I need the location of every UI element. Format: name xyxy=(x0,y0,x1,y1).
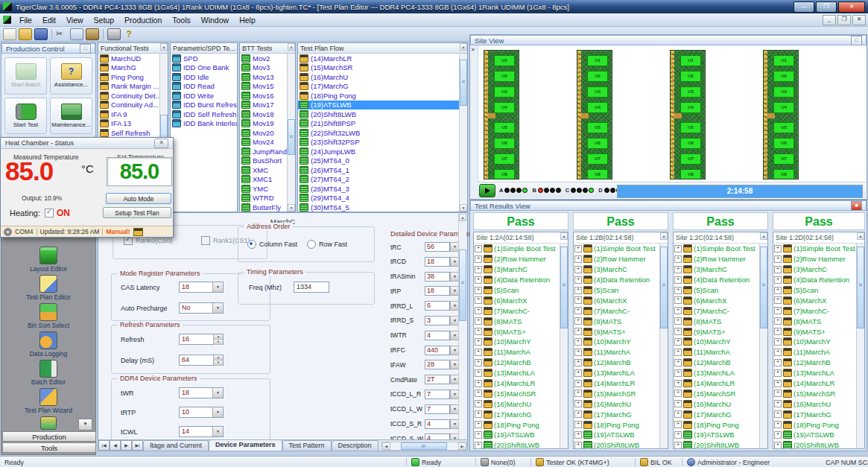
flow-item[interactable]: (22)Shift32LWB xyxy=(298,128,459,138)
menu-tools[interactable]: Tools xyxy=(167,14,196,26)
tab-last-icon[interactable]: ▶| xyxy=(132,440,143,451)
scrollbar[interactable]: ▲ ▼ xyxy=(459,54,467,212)
list-item[interactable]: Self Refresh xyxy=(98,128,168,138)
list-item[interactable]: XMC xyxy=(240,165,287,175)
parameters-scrollbar[interactable]: ▲ ▼ xyxy=(458,214,466,449)
sidebar-item-test-plan-editor[interactable]: Test Plan Editor xyxy=(1,275,95,301)
result-item[interactable]: (10)MarchY xyxy=(773,337,856,347)
refresh-stepper[interactable]: 16 ▲▼ xyxy=(179,334,224,345)
result-item[interactable]: (4)Data Retention xyxy=(574,275,659,285)
list-item[interactable]: Mov20 xyxy=(240,128,287,138)
freq-input[interactable]: 1334 xyxy=(294,282,329,293)
chevron-down-icon[interactable] xyxy=(212,427,223,436)
play-icon[interactable] xyxy=(479,184,495,197)
flow-item[interactable]: (23)Shift32PSP xyxy=(298,138,459,147)
expand-icon[interactable] xyxy=(774,359,782,366)
expand-icon[interactable] xyxy=(574,307,582,314)
expand-icon[interactable] xyxy=(774,390,782,397)
result-item[interactable]: (11)MarchA xyxy=(474,347,560,358)
paste-icon[interactable] xyxy=(86,28,99,40)
expand-icon[interactable] xyxy=(774,317,782,325)
scrollbar[interactable]: ▲ ▼ xyxy=(287,54,295,212)
expand-icon[interactable] xyxy=(774,266,782,273)
result-item[interactable]: (3)MarchC xyxy=(474,264,560,275)
result-item[interactable]: (15)MarchSR xyxy=(474,388,560,398)
expand-icon[interactable] xyxy=(574,296,582,304)
expand-icon[interactable] xyxy=(674,245,682,252)
list-item[interactable]: Rank Margin ... xyxy=(98,82,168,92)
expand-icon[interactable] xyxy=(774,245,782,252)
scroll-up-icon[interactable]: ▲ xyxy=(760,232,767,240)
spin-up-icon[interactable]: ▲ xyxy=(214,334,223,340)
result-item[interactable]: (8)MATS xyxy=(773,316,856,326)
menu-edit[interactable]: Edit xyxy=(37,14,61,26)
result-item[interactable]: (17)MarchG xyxy=(674,409,759,419)
menu-file[interactable]: File xyxy=(14,14,37,26)
close-button[interactable]: ✕ xyxy=(838,1,865,13)
expand-icon[interactable] xyxy=(475,431,482,439)
close-icon[interactable]: ✕ xyxy=(471,47,475,53)
menu-production[interactable]: Production xyxy=(119,14,167,26)
list-item[interactable]: Mov17 xyxy=(240,101,287,110)
expand-icon[interactable] xyxy=(774,338,782,346)
sidebar-item-bin-sort-select[interactable]: Bin Sort Select xyxy=(1,303,95,329)
copy-icon[interactable] xyxy=(70,28,83,40)
expand-icon[interactable] xyxy=(475,296,482,304)
result-item[interactable]: (19)ATSLWB xyxy=(674,430,759,440)
result-item[interactable]: (14)MarchLR xyxy=(474,378,560,389)
result-item[interactable]: (9)MATS+ xyxy=(773,326,856,337)
expand-icon[interactable] xyxy=(774,421,782,428)
expand-icon[interactable] xyxy=(674,390,682,397)
chevron-down-icon[interactable] xyxy=(212,303,223,313)
result-item[interactable]: (18)Ping Pong xyxy=(574,419,659,430)
expand-icon[interactable] xyxy=(475,338,482,346)
expand-icon[interactable] xyxy=(574,338,582,346)
list-item[interactable]: Mov2 xyxy=(240,54,287,63)
expand-icon[interactable] xyxy=(574,276,582,284)
set-temp-field[interactable]: 85.0 xyxy=(107,157,172,186)
result-item[interactable]: (20)Shift8LWB xyxy=(674,440,759,448)
row-fast-radio[interactable]: Row Fast xyxy=(307,240,347,249)
sidebar-item-layout-editor[interactable]: Layout Editor xyxy=(1,247,95,273)
list-item[interactable]: ButterFly xyxy=(240,203,287,212)
result-item[interactable]: (12)MarchB xyxy=(674,358,759,368)
maintenance-button[interactable]: Maintenance... xyxy=(50,98,92,135)
result-item[interactable]: (11)MarchA xyxy=(674,347,759,358)
expand-icon[interactable] xyxy=(674,359,682,366)
result-item[interactable]: (2)Row Hammer xyxy=(674,254,759,264)
expand-icon[interactable] xyxy=(475,369,482,377)
result-item[interactable]: (16)MarchU xyxy=(674,398,759,409)
list-item[interactable]: JumpRand xyxy=(240,147,287,156)
result-item[interactable]: (20)Shift8LWB xyxy=(574,440,659,448)
expand-icon[interactable] xyxy=(574,380,582,387)
expand-icon[interactable] xyxy=(574,431,582,439)
expand-icon[interactable] xyxy=(674,380,682,387)
expand-icon[interactable] xyxy=(574,421,582,428)
expand-icon[interactable] xyxy=(475,245,482,252)
cas-latency-select[interactable]: 18 xyxy=(179,282,224,293)
result-item[interactable]: (14)MarchLR xyxy=(574,378,659,389)
open-file-icon[interactable] xyxy=(19,28,32,40)
expand-icon[interactable] xyxy=(774,307,782,314)
scrollbar[interactable]: ▲ xyxy=(759,244,767,448)
scroll-right-icon[interactable]: ▶ xyxy=(458,442,466,450)
expand-icon[interactable] xyxy=(674,442,682,448)
flow-item[interactable]: (16)MarchU xyxy=(298,72,459,82)
flow-item[interactable]: (14)MarchLR xyxy=(298,54,459,63)
column-fast-radio[interactable]: Column Fast xyxy=(247,240,297,249)
panel-pin-icon[interactable]: □ xyxy=(80,44,91,54)
expand-icon[interactable] xyxy=(674,276,682,284)
expand-icon[interactable] xyxy=(774,380,782,387)
scroll-up-icon[interactable]: ▲ xyxy=(560,232,568,240)
expand-icon[interactable] xyxy=(475,421,482,428)
result-item[interactable]: (14)MarchLR xyxy=(674,378,759,389)
scrollbar-thumb[interactable] xyxy=(459,250,466,321)
list-item[interactable]: IDD Bank Interleave xyxy=(171,119,237,129)
expand-icon[interactable] xyxy=(475,266,482,273)
result-item[interactable]: (10)MarchY xyxy=(674,337,759,347)
list-item[interactable]: IDD Self Refresh xyxy=(171,109,237,119)
expand-icon[interactable] xyxy=(674,287,682,294)
result-item[interactable]: (5)Scan xyxy=(474,285,560,296)
expand-icon[interactable] xyxy=(674,255,682,263)
result-item[interactable]: (7)MarchC- xyxy=(474,305,560,316)
